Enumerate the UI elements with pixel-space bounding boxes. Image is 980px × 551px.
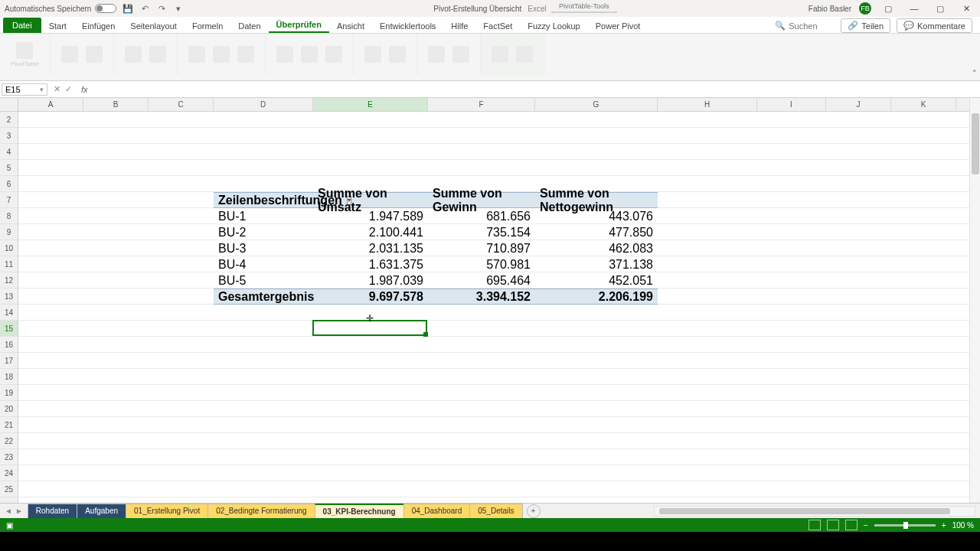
row-header-3[interactable]: 3	[0, 128, 18, 144]
col-header-F[interactable]: F	[428, 98, 535, 111]
toggle-off-icon	[95, 4, 116, 13]
col-header-G[interactable]: G	[535, 98, 658, 111]
vertical-scrollbar[interactable]	[969, 98, 980, 503]
horizontal-scrollbar[interactable]	[654, 506, 975, 517]
row-header-14[interactable]: 14	[0, 305, 18, 321]
row-header-8[interactable]: 8	[0, 208, 18, 224]
tab-factset[interactable]: FactSet	[475, 18, 520, 33]
pivot-value-header: Summe von Gewinn	[428, 192, 535, 208]
col-header-I[interactable]: I	[757, 98, 826, 111]
contextual-tab[interactable]: PivotTable-Tools	[551, 2, 617, 13]
row-header-7[interactable]: 7	[0, 192, 18, 208]
sheet-tab[interactable]: 03_KPI-Berechnung	[315, 504, 404, 518]
sheet-tab[interactable]: Rohdaten	[28, 504, 77, 518]
row-header-17[interactable]: 17	[0, 353, 18, 369]
row-header-22[interactable]: 22	[0, 433, 18, 449]
tab-daten[interactable]: Daten	[230, 18, 268, 33]
tab-einfuegen[interactable]: Einfügen	[74, 18, 122, 33]
tab-datei[interactable]: Datei	[3, 18, 41, 33]
col-header-H[interactable]: H	[658, 98, 757, 111]
col-header-D[interactable]: D	[214, 98, 313, 111]
col-header-C[interactable]: C	[149, 98, 214, 111]
row-header-24[interactable]: 24	[0, 465, 18, 481]
row-header-20[interactable]: 20	[0, 401, 18, 417]
sheet-tab[interactable]: 04_Dashboard	[403, 504, 471, 518]
search-input[interactable]	[789, 21, 835, 31]
row-header-4[interactable]: 4	[0, 144, 18, 160]
row-header-2[interactable]: 2	[0, 112, 18, 128]
zoom-out-icon[interactable]: −	[864, 521, 868, 530]
enter-formula-icon[interactable]: ✓	[65, 84, 72, 94]
col-header-B[interactable]: B	[83, 98, 149, 111]
col-header-A[interactable]: A	[18, 98, 83, 111]
tab-fuzzy[interactable]: Fuzzy Lookup	[520, 18, 587, 33]
sheet-tab[interactable]: 05_Details	[469, 504, 522, 518]
row-header-23[interactable]: 23	[0, 449, 18, 465]
search-box[interactable]: 🔍	[775, 21, 835, 31]
row-header-12[interactable]: 12	[0, 272, 18, 289]
page-break-view-icon[interactable]	[845, 520, 858, 530]
zoom-level[interactable]: 100 %	[952, 521, 974, 530]
collapse-ribbon-icon[interactable]: ˄	[972, 69, 977, 79]
sheet-tab[interactable]: 01_Erstellung Pivot	[126, 504, 208, 518]
pivot-value-cell: 443.076	[535, 208, 658, 224]
pivot-value-header: Summe von Nettogewinn	[535, 192, 658, 208]
sheet-tab[interactable]: 02_Bedingte Formatierung	[207, 504, 315, 518]
tab-seitenlayout[interactable]: Seitenlayout	[122, 18, 185, 33]
row-header-10[interactable]: 10	[0, 240, 18, 256]
row-header-11[interactable]: 11	[0, 256, 18, 272]
tab-ueberpruefen[interactable]: Überprüfen	[269, 17, 329, 33]
row-header-5[interactable]: 5	[0, 160, 18, 176]
autosave-label: Automatisches Speichern	[5, 5, 91, 13]
user-avatar[interactable]: FB	[859, 2, 871, 15]
record-macro-icon[interactable]: ▣	[6, 521, 13, 530]
sheet-tab[interactable]: Aufgaben	[77, 504, 126, 518]
ribbon-display-icon[interactable]: ▢	[879, 2, 897, 15]
col-header-J[interactable]: J	[826, 98, 891, 111]
row-header-6[interactable]: 6	[0, 176, 18, 192]
autosave-toggle[interactable]: Automatisches Speichern	[5, 4, 116, 13]
share-button[interactable]: 🔗 Teilen	[841, 18, 890, 33]
formula-bar: E15 ▾ ✕ ✓ fx	[0, 81, 980, 98]
row-header-13[interactable]: 13	[0, 289, 18, 305]
pivot-value-cell: 462.083	[535, 240, 658, 256]
row-header-15[interactable]: 15	[0, 321, 18, 337]
maximize-icon[interactable]: ▢	[931, 2, 949, 15]
qat-customize-icon[interactable]: ▾	[173, 3, 184, 14]
select-all-corner[interactable]	[0, 98, 18, 112]
row-header-18[interactable]: 18	[0, 369, 18, 385]
tab-powerpivot[interactable]: Power Pivot	[588, 18, 648, 33]
zoom-in-icon[interactable]: +	[942, 521, 946, 530]
row-header-9[interactable]: 9	[0, 224, 18, 240]
tab-hilfe[interactable]: Hilfe	[443, 18, 475, 33]
col-header-K[interactable]: K	[891, 98, 956, 111]
normal-view-icon[interactable]	[808, 520, 821, 530]
undo-icon[interactable]: ↶	[139, 3, 150, 14]
comments-button[interactable]: 💬 Kommentare	[897, 18, 972, 33]
row-header-19[interactable]: 19	[0, 385, 18, 401]
tab-formeln[interactable]: Formeln	[185, 18, 230, 33]
share-icon: 🔗	[848, 21, 858, 31]
tab-start[interactable]: Start	[41, 18, 74, 33]
save-icon[interactable]: 💾	[122, 3, 133, 14]
sheet-nav-prev-icon[interactable]: ◄	[5, 507, 12, 515]
page-layout-view-icon[interactable]	[827, 520, 839, 530]
redo-icon[interactable]: ↷	[156, 3, 167, 14]
minimize-icon[interactable]: —	[905, 2, 923, 15]
spreadsheet-grid[interactable]: ABCDEFGHIJK 2345678910111213141516171819…	[0, 98, 980, 503]
col-header-E[interactable]: E	[313, 98, 428, 111]
pivot-value-cell: 1.631.375	[313, 256, 428, 272]
row-header-21[interactable]: 21	[0, 417, 18, 433]
add-sheet-button[interactable]: +	[527, 504, 541, 518]
fx-icon[interactable]: fx	[77, 85, 93, 94]
close-icon[interactable]: ✕	[957, 2, 975, 15]
tab-entwicklertools[interactable]: Entwicklertools	[372, 18, 443, 33]
zoom-slider[interactable]	[874, 524, 936, 527]
formula-input[interactable]	[93, 85, 980, 94]
tab-ansicht[interactable]: Ansicht	[329, 18, 372, 33]
cancel-formula-icon[interactable]: ✕	[54, 84, 60, 94]
row-header-25[interactable]: 25	[0, 481, 18, 497]
sheet-nav-next-icon[interactable]: ►	[15, 507, 23, 515]
name-box[interactable]: E15 ▾	[2, 83, 47, 96]
row-header-16[interactable]: 16	[0, 337, 18, 353]
